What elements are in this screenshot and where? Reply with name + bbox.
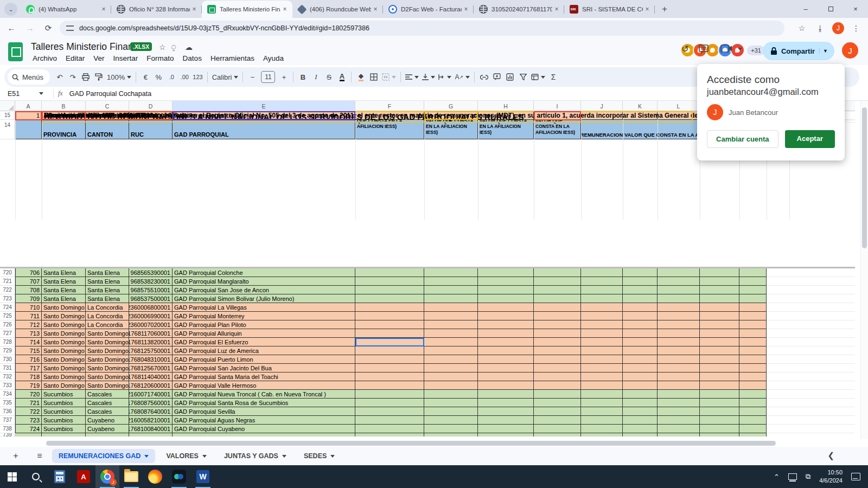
cell[interactable]: [534, 390, 581, 399]
strikethrough-icon[interactable]: S: [322, 70, 335, 84]
cell[interactable]: Santo Domingo: [86, 338, 129, 346]
browser-tab[interactable]: SRI - SISTEMA DE COMPROBA×: [564, 1, 655, 18]
cell[interactable]: [658, 399, 700, 407]
cell[interactable]: [355, 294, 424, 303]
insert-chart-icon[interactable]: [503, 70, 516, 84]
cell[interactable]: [478, 320, 534, 329]
cell[interactable]: 1768117060001: [129, 329, 173, 338]
cell[interactable]: [658, 416, 700, 425]
cell[interactable]: [658, 381, 700, 390]
taskbar-clock[interactable]: 10:50 4/6/2024: [819, 468, 843, 485]
sheet-tab-sedes[interactable]: SEDES: [297, 449, 341, 463]
cell[interactable]: [478, 294, 534, 303]
cell[interactable]: [658, 294, 700, 303]
cell[interactable]: [623, 407, 658, 416]
cell[interactable]: [534, 416, 581, 425]
row-header-738[interactable]: 738: [0, 425, 15, 433]
cell[interactable]: 968575510001: [129, 286, 173, 294]
cell[interactable]: 2160058210001: [129, 416, 173, 425]
cell[interactable]: Santo Domingo de: [42, 381, 86, 390]
row-header-735[interactable]: 735: [0, 399, 15, 407]
cell[interactable]: [478, 286, 534, 294]
cell[interactable]: [478, 433, 534, 436]
tab-close-icon[interactable]: ×: [371, 5, 380, 14]
print-icon[interactable]: [79, 70, 92, 84]
create-filter-icon[interactable]: [516, 70, 529, 84]
cell[interactable]: [534, 433, 581, 436]
cell[interactable]: [658, 329, 700, 338]
name-box[interactable]: E51: [0, 90, 49, 98]
cell[interactable]: [700, 381, 739, 390]
cell[interactable]: 708: [15, 286, 42, 294]
row-header-724[interactable]: 724: [0, 303, 15, 312]
sheet-tab-valores[interactable]: VALORES: [159, 449, 213, 463]
collapse-panel-icon[interactable]: ❮: [827, 451, 834, 460]
cell[interactable]: [700, 416, 739, 425]
cell[interactable]: [424, 346, 478, 355]
sheet-tab-caret-icon[interactable]: [330, 455, 335, 458]
close-button[interactable]: ×: [843, 0, 868, 18]
cell[interactable]: [424, 364, 478, 373]
cell[interactable]: [355, 320, 424, 329]
cell[interactable]: [355, 329, 424, 338]
notification-center-icon[interactable]: [851, 473, 860, 480]
row-header-723[interactable]: 723: [0, 294, 15, 303]
sheets-logo-icon[interactable]: [8, 42, 23, 61]
cell[interactable]: [700, 433, 739, 436]
cell[interactable]: Cuyabeno: [86, 425, 129, 433]
cell[interactable]: 968538230001: [129, 277, 173, 286]
cell[interactable]: GAD Parroquial San Jacinto Del Bua: [173, 364, 355, 373]
cell[interactable]: Cascales: [86, 407, 129, 416]
row-header-722[interactable]: 722: [0, 286, 15, 294]
cell[interactable]: Santa Elena: [86, 277, 129, 286]
cell[interactable]: [658, 338, 700, 346]
cell[interactable]: [424, 381, 478, 390]
cell[interactable]: [581, 381, 623, 390]
taskbar-chrome-icon[interactable]: J: [95, 465, 119, 488]
cell[interactable]: [658, 425, 700, 433]
cell[interactable]: [424, 312, 478, 320]
cell[interactable]: [355, 399, 424, 407]
cell[interactable]: [623, 399, 658, 407]
cell[interactable]: [658, 320, 700, 329]
cell[interactable]: [623, 268, 658, 277]
cell[interactable]: [581, 286, 623, 294]
cell[interactable]: [700, 364, 739, 373]
cell[interactable]: [581, 303, 623, 312]
insert-link-icon[interactable]: [477, 70, 490, 84]
column-header-G[interactable]: G: [424, 101, 478, 111]
cell[interactable]: [581, 355, 623, 364]
font-select[interactable]: Calibri: [210, 70, 240, 84]
cell[interactable]: [424, 416, 478, 425]
cell[interactable]: [700, 338, 739, 346]
cell[interactable]: Santa Elena: [42, 277, 86, 286]
cell[interactable]: [15, 433, 42, 436]
cell[interactable]: [478, 268, 534, 277]
cell[interactable]: [581, 390, 623, 399]
cell[interactable]: [173, 433, 355, 436]
row-header-730[interactable]: 730: [0, 355, 15, 364]
cell[interactable]: [581, 320, 623, 329]
cell[interactable]: GAD Parroquial Simon Bolivar (Julio More…: [173, 294, 355, 303]
cell[interactable]: Santa Elena: [86, 286, 129, 294]
cell[interactable]: [658, 364, 700, 373]
cell[interactable]: [581, 416, 623, 425]
cell[interactable]: [700, 390, 739, 399]
cell[interactable]: [478, 373, 534, 381]
browser-tab[interactable]: Oficio N° 328 Información Rem×: [111, 1, 202, 18]
cell[interactable]: Santo Domingo de: [42, 355, 86, 364]
cell[interactable]: [424, 373, 478, 381]
cell[interactable]: [424, 390, 478, 399]
cell[interactable]: [478, 277, 534, 286]
cell[interactable]: [700, 407, 739, 416]
cell[interactable]: [739, 355, 767, 364]
cell[interactable]: GAD Parroquial Alluriquin: [173, 329, 355, 338]
cell[interactable]: [534, 381, 581, 390]
account-avatar[interactable]: J: [842, 42, 858, 59]
percent-format-icon[interactable]: %: [152, 70, 165, 84]
cell[interactable]: 1768087560001: [129, 399, 173, 407]
font-size-input[interactable]: 11: [261, 71, 275, 83]
cell[interactable]: 717: [15, 364, 42, 373]
cell[interactable]: 2360006800001: [129, 303, 173, 312]
cell[interactable]: GAD Parroquial La Villegas: [173, 303, 355, 312]
